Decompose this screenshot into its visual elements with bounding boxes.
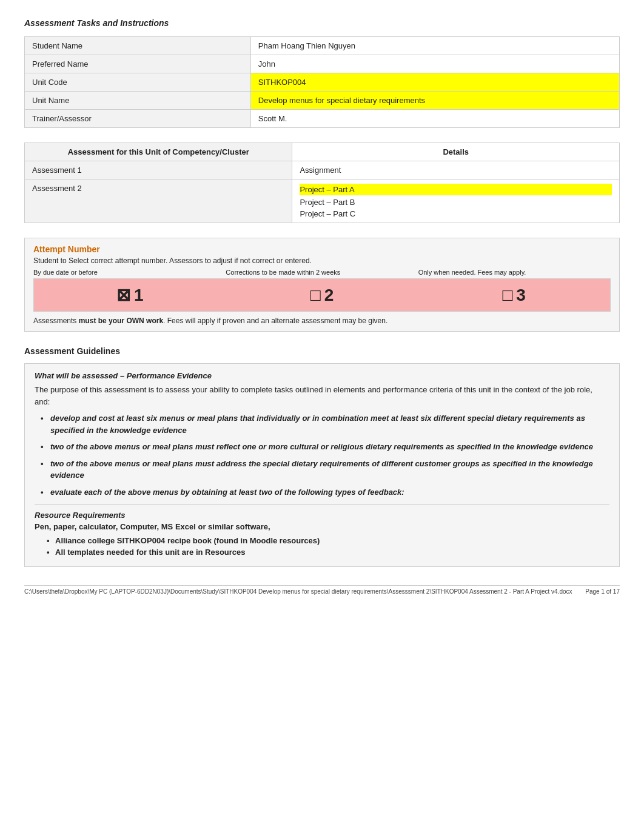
competency-label: Assessment 1 xyxy=(25,161,292,179)
resource-list-item: All templates needed for this unit are i… xyxy=(47,548,609,557)
resource-section: Resource Requirements Pen, paper, calcul… xyxy=(35,504,609,557)
resource-list: Alliance college SITHKOP004 recipe book … xyxy=(35,536,609,557)
student-info-value: John xyxy=(250,55,619,73)
attempt-box: □2 xyxy=(226,286,418,305)
resource-subtitle: Resource Requirements xyxy=(35,511,609,520)
page-title: Assessment Tasks and Instructions xyxy=(24,18,620,28)
attempt-box: □3 xyxy=(418,286,610,305)
student-info-value: Pham Hoang Thien Nguyen xyxy=(250,37,619,55)
attempt-col2-header: Corrections to be made within 2 weeks xyxy=(226,269,418,276)
attempt-col3-header: Only when needed. Fees may apply. xyxy=(418,269,611,276)
student-info-table: Student NamePham Hoang Thien NguyenPrefe… xyxy=(24,36,620,128)
attempt-note-bold: must be your OWN work xyxy=(79,317,163,325)
attempt-note: Assessments must be your OWN work. Fees … xyxy=(33,317,611,325)
attempt-note-after: . Fees will apply if proven and an alter… xyxy=(163,317,387,325)
competency-detail: Project – Part AProject – Part BProject … xyxy=(292,179,620,223)
attempt-col1-header: By due date or before xyxy=(33,269,226,276)
student-info-label: Preferred Name xyxy=(25,55,251,73)
competency-header-detail: Details xyxy=(292,143,620,161)
attempt-number: 2 xyxy=(324,286,334,305)
unchecked-icon: □ xyxy=(502,286,512,305)
student-info-value: Scott M. xyxy=(250,110,619,128)
attempt-column-headers: By due date or before Corrections to be … xyxy=(33,269,611,276)
student-info-label: Unit Code xyxy=(25,73,251,92)
footer-left: C:\Users\thefa\Dropbox\My PC (LAPTOP-6DD… xyxy=(24,588,572,595)
guidelines-list-item: evaluate each of the above menus by obta… xyxy=(41,486,609,498)
student-info-value: Develop menus for special dietary requir… xyxy=(250,92,619,110)
attempt-description: Student to Select correct attempt number… xyxy=(33,257,611,265)
student-info-label: Unit Name xyxy=(25,92,251,110)
attempt-boxes: ⊠1□2□3 xyxy=(33,278,611,312)
guidelines-list: develop and cost at least six menus or m… xyxy=(35,412,609,498)
guidelines-list-item: two of the above menus or meal plans mus… xyxy=(41,458,609,481)
student-info-value: SITHKOP004 xyxy=(250,73,619,92)
attempt-box: ⊠1 xyxy=(34,285,226,305)
attempt-number: 1 xyxy=(134,286,144,305)
guidelines-list-item: develop and cost at least six menus or m… xyxy=(41,412,609,436)
attempt-note-before: Assessments xyxy=(33,317,79,325)
guidelines-box: What will be assessed – Performance Evid… xyxy=(24,363,620,567)
guidelines-intro: The purpose of this assessment is to ass… xyxy=(35,384,609,407)
competency-table: Assessment for this Unit of Competency/C… xyxy=(24,143,620,223)
attempt-number: 3 xyxy=(516,286,526,305)
guidelines-section: Assessment Guidelines What will be asses… xyxy=(24,346,620,567)
resource-text: Pen, paper, calculator, Computer, MS Exc… xyxy=(35,522,609,531)
attempt-title: Attempt Number xyxy=(33,244,611,254)
competency-detail: Assignment xyxy=(292,161,620,179)
footer-right: Page 1 of 17 xyxy=(585,588,620,595)
attempt-section: Attempt Number Student to Select correct… xyxy=(24,238,620,332)
unchecked-icon: □ xyxy=(310,286,321,305)
page-footer: C:\Users\thefa\Dropbox\My PC (LAPTOP-6DD… xyxy=(24,585,620,595)
student-info-label: Student Name xyxy=(25,37,251,55)
guidelines-subtitle: What will be assessed – Performance Evid… xyxy=(35,371,609,380)
competency-label: Assessment 2 xyxy=(25,179,292,223)
student-info-label: Trainer/Assessor xyxy=(25,110,251,128)
competency-header-label: Assessment for this Unit of Competency/C… xyxy=(25,143,292,161)
guidelines-section-title: Assessment Guidelines xyxy=(24,346,620,356)
guidelines-list-item: two of the above menus or meal plans mus… xyxy=(41,441,609,453)
resource-list-item: Alliance college SITHKOP004 recipe book … xyxy=(47,536,609,545)
checked-icon: ⊠ xyxy=(116,285,130,305)
